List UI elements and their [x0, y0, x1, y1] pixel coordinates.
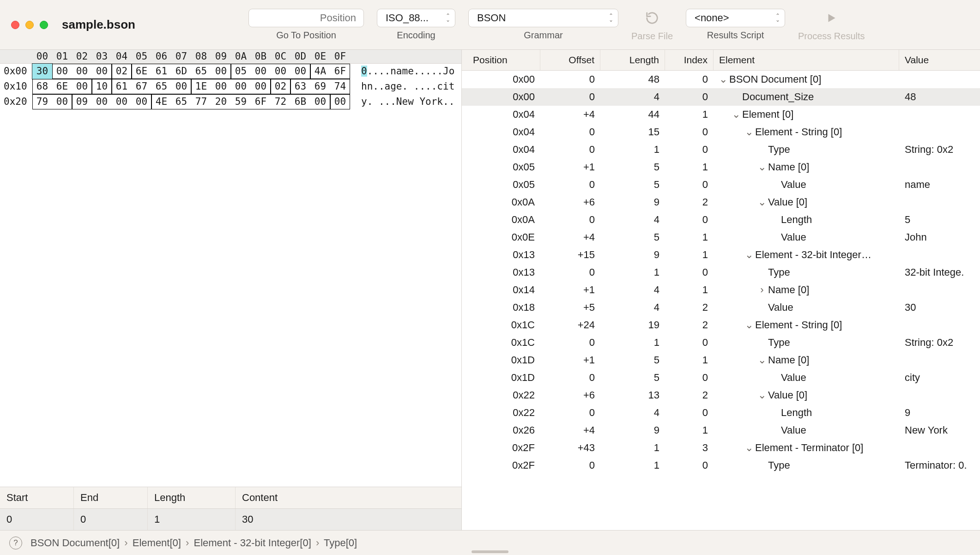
hex-byte[interactable]: 6B	[290, 94, 310, 109]
tree-row[interactable]: 0x04010TypeString: 0x2	[462, 141, 980, 158]
hex-byte[interactable]: 6D	[171, 64, 191, 79]
hex-view[interactable]: 000102030405060708090A0B0C0D0E0F 0x00300…	[0, 50, 461, 109]
col-element[interactable]: Element	[714, 50, 899, 70]
close-icon[interactable]	[11, 21, 19, 29]
tree-row[interactable]: 0x05050Valuename	[462, 176, 980, 193]
chevron-down-icon[interactable]: ⌄	[745, 316, 753, 334]
col-start[interactable]: Start	[0, 487, 74, 508]
hex-byte[interactable]: 00	[52, 64, 72, 79]
tree-row[interactable]: 0x1D+151⌄Name [0]	[462, 351, 980, 369]
script-popup[interactable]: <none>	[686, 9, 785, 27]
tree-row[interactable]: 0x26+491ValueNew York	[462, 422, 980, 439]
zoom-icon[interactable]	[40, 21, 48, 29]
hex-byte[interactable]: 4A	[310, 64, 330, 79]
hex-byte[interactable]: 00	[251, 79, 271, 94]
chevron-down-icon[interactable]: ⌄	[745, 439, 753, 457]
hex-byte[interactable]: 1E	[191, 79, 211, 94]
hex-byte[interactable]: 00	[231, 79, 251, 94]
hex-byte[interactable]: 65	[151, 79, 171, 94]
breadcrumb-item[interactable]: Element[0]	[130, 537, 184, 549]
hex-byte[interactable]: 30	[32, 64, 52, 79]
encoding-popup[interactable]: ISO_88...	[377, 9, 455, 27]
tree-row[interactable]: 0x0A+692⌄Value [0]	[462, 193, 980, 211]
hex-byte[interactable]: 61	[112, 79, 132, 94]
tree-row[interactable]: 0x13+1591⌄Element - 32-bit Integer…	[462, 246, 980, 264]
tree-row[interactable]: 0x1C010TypeString: 0x2	[462, 334, 980, 351]
hex-byte[interactable]: 00	[310, 94, 330, 109]
tree-row[interactable]: 0x0A040Length5	[462, 211, 980, 229]
hex-row[interactable]: 0x0030000000026E616D6500050000004A6F0...…	[0, 64, 461, 79]
tree-row[interactable]: 0x2F+4313⌄Element - Terminator [0]	[462, 439, 980, 457]
col-offset[interactable]: Offset	[540, 50, 600, 70]
chevron-down-icon[interactable]: ⌄	[758, 193, 766, 211]
hex-byte[interactable]: 74	[330, 79, 350, 94]
hex-byte[interactable]: 6E	[132, 64, 151, 79]
col-value[interactable]: Value	[899, 50, 980, 70]
chevron-down-icon[interactable]: ⌄	[758, 386, 766, 404]
hex-byte[interactable]: 10	[92, 79, 112, 94]
chevron-down-icon[interactable]: ⌄	[745, 246, 753, 264]
hex-byte[interactable]: 67	[132, 79, 151, 94]
hex-byte[interactable]: 00	[171, 79, 191, 94]
hex-byte[interactable]: 65	[171, 94, 191, 109]
hex-byte[interactable]: 02	[271, 79, 290, 94]
col-length[interactable]: Length	[148, 487, 236, 508]
tree-row[interactable]: 0x000480⌄BSON Document [0]	[462, 71, 980, 88]
hex-ascii[interactable]: hn..age. ....cit	[350, 79, 454, 94]
minimize-icon[interactable]	[25, 21, 34, 29]
col-content[interactable]: Content	[236, 487, 461, 508]
tree-row[interactable]: 0x05+151⌄Name [0]	[462, 158, 980, 176]
col-end[interactable]: End	[74, 487, 148, 508]
hex-byte[interactable]: 00	[211, 79, 231, 94]
breadcrumb[interactable]: BSON Document[0] › Element[0] › Element …	[30, 537, 357, 549]
hex-byte[interactable]: 00	[132, 94, 151, 109]
chevron-right-icon[interactable]: ›	[758, 281, 766, 299]
tree-row[interactable]: 0x13010Type32-bit Intege.	[462, 264, 980, 281]
hex-byte[interactable]: 4E	[151, 94, 171, 109]
hex-byte[interactable]: 6F	[330, 64, 350, 79]
tree-row[interactable]: 0x22+6132⌄Value [0]	[462, 386, 980, 404]
hex-byte[interactable]: 00	[290, 64, 310, 79]
hex-row[interactable]: 0x10686E0010616765001E00000002636974hn..…	[0, 79, 461, 94]
hex-byte[interactable]: 05	[231, 64, 251, 79]
tree-row[interactable]: 0x1D050Valuecity	[462, 369, 980, 386]
tree-row[interactable]: 0x00040Document_Size48	[462, 88, 980, 106]
hex-byte[interactable]: 77	[191, 94, 211, 109]
tree-row[interactable]: 0x040150⌄Element - String [0]	[462, 123, 980, 141]
tree-row[interactable]: 0x1C+24192⌄Element - String [0]	[462, 316, 980, 334]
reload-icon[interactable]	[642, 8, 662, 28]
hex-byte[interactable]: 61	[151, 64, 171, 79]
hex-byte[interactable]: 00	[92, 64, 112, 79]
chevron-down-icon[interactable]: ⌄	[745, 123, 753, 141]
hex-byte[interactable]: 6F	[251, 94, 271, 109]
hex-byte[interactable]: 59	[231, 94, 251, 109]
help-icon[interactable]: ?	[9, 537, 22, 549]
tree-row[interactable]: 0x22040Length9	[462, 404, 980, 422]
hex-byte[interactable]: 00	[211, 64, 231, 79]
hex-byte[interactable]: 6E	[52, 79, 72, 94]
col-index[interactable]: Index	[665, 50, 714, 70]
hex-byte[interactable]: 00	[52, 94, 72, 109]
breadcrumb-item[interactable]: Element - 32-bit Integer[0]	[191, 537, 314, 549]
col-position[interactable]: Position	[462, 50, 540, 70]
tree-row[interactable]: 0x14+141›Name [0]	[462, 281, 980, 299]
hex-byte[interactable]: 00	[330, 94, 350, 109]
selection-row[interactable]: 0 0 1 30	[0, 509, 461, 530]
chevron-down-icon[interactable]: ⌄	[732, 106, 740, 123]
tree-row[interactable]: 0x04+4441⌄Element [0]	[462, 106, 980, 123]
hex-byte[interactable]: 00	[72, 64, 92, 79]
hex-byte[interactable]: 09	[72, 94, 92, 109]
hex-ascii[interactable]: y. ...New York..	[350, 94, 454, 109]
chevron-down-icon[interactable]: ⌄	[758, 158, 766, 176]
resize-handle-icon[interactable]	[472, 550, 508, 553]
col-length[interactable]: Length	[600, 50, 665, 70]
hex-byte[interactable]: 72	[271, 94, 290, 109]
hex-row[interactable]: 0x207900090000004E657720596F726B0000y. .…	[0, 94, 461, 109]
chevron-down-icon[interactable]: ⌄	[758, 351, 766, 369]
hex-byte[interactable]: 20	[211, 94, 231, 109]
grammar-popup[interactable]: BSON	[468, 9, 618, 27]
hex-byte[interactable]: 63	[290, 79, 310, 94]
hex-byte[interactable]: 02	[112, 64, 132, 79]
tree-row[interactable]: 0x2F010TypeTerminator: 0.	[462, 457, 980, 474]
position-input[interactable]	[248, 9, 364, 27]
